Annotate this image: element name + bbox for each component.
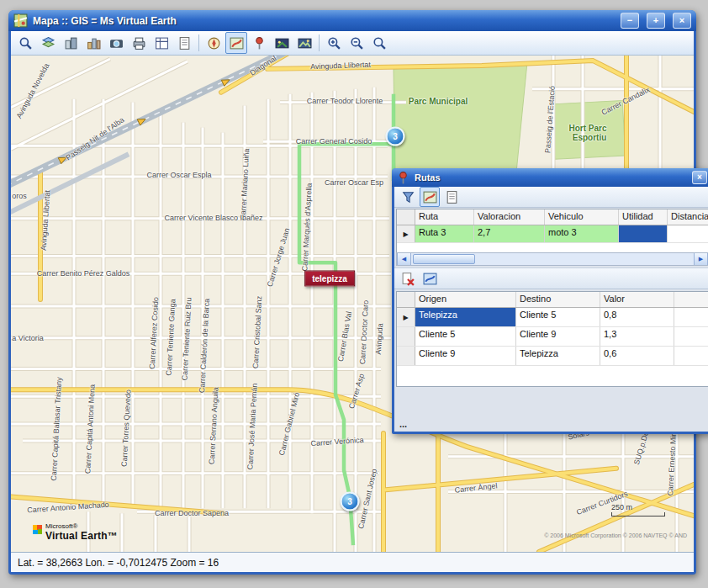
- grid-cell[interactable]: [668, 225, 708, 242]
- header-filler: [674, 292, 708, 307]
- route-stop-marker[interactable]: 3: [341, 492, 360, 511]
- scale-label: 250 m: [611, 503, 632, 511]
- statusbar: Lat. = 38,2663 Lon. = -0,7012475 Zoom = …: [11, 552, 694, 572]
- street-label: Carrer General Cosido: [296, 137, 372, 146]
- show-routes-icon[interactable]: [420, 187, 440, 207]
- filter-icon[interactable]: [398, 187, 418, 207]
- scroll-thumb[interactable]: [413, 254, 475, 264]
- grid-cell[interactable]: 2,7: [474, 225, 545, 242]
- column-header[interactable]: Vehiculo: [545, 209, 619, 225]
- routes-grid[interactable]: RutaValoracionVehiculoUtilidadDistancia▶…: [396, 209, 708, 254]
- rutas-title: Rutas: [415, 172, 685, 183]
- grid-row[interactable]: Cliente 9Telepizza0,6: [397, 347, 708, 366]
- grid-cell[interactable]: Telepizza: [415, 308, 516, 326]
- app-icon: [13, 13, 28, 28]
- delete-row-icon[interactable]: [398, 268, 418, 289]
- rutas-icon: [396, 171, 410, 185]
- street-label: Carrer Benito Pérez Galdos: [37, 269, 130, 278]
- buildings-icon[interactable]: [60, 32, 82, 54]
- selector-header: [397, 209, 415, 225]
- toolbar-separator: [319, 34, 320, 51]
- close-button[interactable]: ×: [673, 13, 691, 29]
- selector-header: [397, 292, 415, 307]
- grid-cell[interactable]: 0,6: [600, 347, 674, 365]
- window-title: Mapa :: GIS = Ms Virtual Earth: [33, 15, 613, 27]
- rutas-titlebar[interactable]: Rutas ×: [392, 168, 708, 187]
- grid-cell[interactable]: Cliente 9: [516, 327, 600, 346]
- city-icon[interactable]: [82, 32, 104, 54]
- grid-row[interactable]: ▶TelepizzaCliente 50,8: [397, 308, 708, 327]
- layers-icon[interactable]: [37, 32, 59, 54]
- row-filler: [674, 347, 708, 365]
- street-label: Carrer Oscar Esp: [325, 178, 383, 187]
- photo-icon[interactable]: [293, 32, 315, 54]
- grid-cell[interactable]: Cliente 5: [516, 308, 600, 326]
- route-stop-marker[interactable]: 3: [386, 127, 405, 146]
- routes-grid-hscrollbar[interactable]: ◀ ▶: [396, 252, 708, 266]
- street-label: a Victoria: [12, 334, 43, 342]
- column-header[interactable]: Ruta: [415, 209, 474, 225]
- rutas-close-button[interactable]: ×: [692, 171, 707, 184]
- scroll-track[interactable]: [475, 253, 694, 265]
- report-icon[interactable]: [441, 187, 462, 207]
- street-label: Carrer Teodor Llorente: [307, 97, 383, 105]
- column-header[interactable]: Destino: [516, 292, 600, 307]
- rutas-window: Rutas × RutaValoracionVehiculoUtilidadDi…: [392, 168, 708, 434]
- compass-icon[interactable]: [203, 32, 225, 54]
- maximize-button[interactable]: +: [647, 13, 665, 29]
- grid-cell[interactable]: Telepizza: [516, 347, 600, 365]
- print-icon[interactable]: [128, 32, 150, 54]
- column-header[interactable]: Valor: [600, 292, 674, 307]
- grid-cell[interactable]: Cliente 5: [415, 327, 516, 346]
- grid-cell[interactable]: 1,3: [600, 327, 674, 346]
- grid-cell[interactable]: moto 3: [545, 225, 619, 242]
- magnifier-icon[interactable]: [368, 32, 390, 54]
- grid-row[interactable]: ▶Ruta 32,7moto 3: [397, 225, 708, 243]
- zoom-out-icon[interactable]: [346, 32, 367, 54]
- grid-cell[interactable]: 0,8: [600, 308, 674, 326]
- grid-cell[interactable]: [619, 225, 668, 242]
- logo-line1: Microsoft®: [45, 522, 118, 530]
- export-icon[interactable]: [151, 32, 172, 54]
- grid-header-row: OrigenDestinoValor: [397, 292, 708, 308]
- logo-line2: Virtual Earth™: [45, 530, 118, 542]
- grid-cell[interactable]: Ruta 3: [415, 225, 474, 242]
- street-label: Carrer Doctor Sapena: [155, 509, 229, 517]
- main-toolbar: [11, 31, 694, 56]
- column-header[interactable]: Distancia: [668, 209, 708, 225]
- rutas-footer: ...: [399, 419, 407, 429]
- grid-cell[interactable]: Cliente 9: [415, 347, 516, 365]
- row-selector[interactable]: [397, 347, 415, 365]
- street-label: Carrer Vicente Blasco Ibañez: [165, 214, 263, 222]
- row-filler: [674, 327, 708, 346]
- image-icon[interactable]: [271, 32, 293, 54]
- status-text: Lat. = 38,2663 Lon. = -0,7012475 Zoom = …: [18, 557, 219, 569]
- camera-icon[interactable]: [105, 32, 127, 54]
- column-header[interactable]: Valoracion: [474, 209, 545, 225]
- select-route-icon[interactable]: [225, 32, 247, 54]
- column-header[interactable]: Origen: [415, 292, 516, 307]
- park-label: Hort Parc: [568, 124, 606, 133]
- find-icon[interactable]: [14, 32, 36, 54]
- map-attribution: © 2006 Microsoft Corporation © 2006 NAVT…: [544, 532, 687, 538]
- show-on-map-icon[interactable]: [420, 268, 440, 289]
- scroll-right-button[interactable]: ▶: [694, 253, 708, 265]
- grid-row[interactable]: Cliente 5Cliente 91,3: [397, 327, 708, 347]
- row-selector[interactable]: ▶: [397, 308, 415, 326]
- rutas-toolbar: [394, 187, 708, 208]
- pushpin-icon[interactable]: [248, 32, 270, 54]
- row-selector[interactable]: [397, 327, 415, 346]
- minimize-button[interactable]: −: [621, 13, 639, 29]
- telepizza-marker[interactable]: telepizza: [304, 271, 355, 287]
- rutas-body: RutaValoracionVehiculoUtilidadDistancia▶…: [394, 187, 708, 432]
- street-label: Carrer Oscar Espla: [146, 171, 211, 179]
- zoom-in-icon[interactable]: [323, 32, 345, 54]
- row-selector[interactable]: ▶: [397, 225, 415, 242]
- route-legs-grid[interactable]: OrigenDestinoValor▶TelepizzaCliente 50,8…: [396, 291, 708, 387]
- titlebar[interactable]: Mapa :: GIS = Ms Virtual Earth − + ×: [8, 10, 696, 31]
- virtual-earth-logo: Microsoft® Virtual Earth™: [33, 522, 118, 542]
- column-header[interactable]: Utilidad: [619, 209, 668, 225]
- park-label: Parc Municipal: [409, 97, 468, 106]
- preview-icon[interactable]: [173, 32, 195, 54]
- scroll-left-button[interactable]: ◀: [397, 253, 411, 265]
